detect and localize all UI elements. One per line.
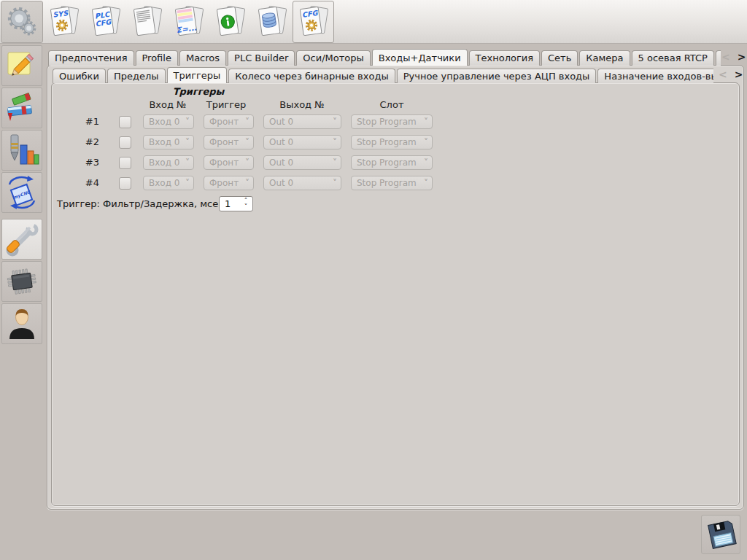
- tab-gamepad[interactable]: Геймпад: [716, 50, 721, 66]
- tab-triggers[interactable]: Триггеры: [167, 67, 228, 83]
- dropdown-value: Вход 0: [149, 137, 179, 147]
- scroll-prev-icon[interactable]: [721, 51, 730, 63]
- trigger-edge-dropdown[interactable]: Фронт: [204, 155, 254, 170]
- tab-profile[interactable]: Profile: [136, 50, 178, 66]
- chevron-down-icon: [185, 176, 190, 190]
- save-button[interactable]: [701, 515, 740, 554]
- tab-plc-builder[interactable]: PLC Builder: [228, 50, 295, 66]
- plc-cfg-document-icon: PLC CFG: [89, 5, 123, 39]
- trigger-enabled-checkbox[interactable]: [119, 177, 131, 190]
- sidebar-item-settings[interactable]: [1, 219, 42, 260]
- trigger-enabled-checkbox[interactable]: [119, 136, 131, 149]
- trigger-enabled-checkbox[interactable]: [119, 157, 131, 169]
- chevron-down-icon: [185, 136, 190, 149]
- tab-io-assignment[interactable]: Назначение входов-выходов плат расширени…: [597, 69, 713, 83]
- trigger-row: #4 Вход 0 Фронт Out 0 Stop Program: [0, 176, 525, 190]
- slot-dropdown[interactable]: Stop Program: [351, 135, 433, 149]
- chevron-down-icon: [245, 136, 249, 149]
- tab-errors[interactable]: Ошибки: [53, 69, 106, 83]
- slot-dropdown[interactable]: Stop Program: [351, 176, 433, 190]
- floppy-save-icon: [704, 518, 738, 551]
- chevron-down-icon: [185, 115, 190, 128]
- tab-network[interactable]: Сеть: [541, 50, 578, 66]
- doc-macros-button[interactable]: Σ=...: [168, 1, 209, 43]
- slot-dropdown[interactable]: Stop Program: [351, 155, 433, 170]
- cfg-document-icon: CFG: [297, 5, 330, 39]
- trigger-edge-dropdown[interactable]: Фронт: [204, 135, 254, 149]
- output-number-dropdown[interactable]: Out 0: [263, 155, 341, 170]
- output-number-dropdown[interactable]: Out 0: [263, 135, 341, 149]
- input-number-dropdown[interactable]: Вход 0: [143, 176, 194, 190]
- row-label: #3: [70, 155, 99, 170]
- column-header-output: Выход №: [279, 99, 324, 110]
- input-number-dropdown[interactable]: Вход 0: [143, 135, 194, 149]
- sidebar-item-notes[interactable]: [1, 45, 42, 86]
- page-title: Триггеры: [173, 86, 225, 97]
- input-number-dropdown[interactable]: Вход 0: [143, 155, 194, 170]
- input-number-dropdown[interactable]: Вход 0: [143, 114, 194, 129]
- text-document-icon: [131, 5, 164, 39]
- dropdown-value: Out 0: [269, 117, 293, 127]
- column-header-slot: Слот: [380, 99, 404, 110]
- filter-delay-label: Триггер: Фильтр/Задержка, мсек: [57, 198, 224, 209]
- slot-dropdown[interactable]: Stop Program: [351, 114, 433, 129]
- dropdown-value: Out 0: [269, 137, 293, 147]
- tab-5axis-rtcp[interactable]: 5 осевая RTCP: [632, 50, 714, 66]
- dropdown-value: Out 0: [269, 178, 293, 188]
- trigger-edge-dropdown[interactable]: Фронт: [204, 176, 254, 190]
- doc-database-button[interactable]: [251, 1, 293, 43]
- chevron-down-icon: [333, 115, 337, 128]
- output-number-dropdown[interactable]: Out 0: [263, 176, 341, 190]
- tab-wheel-binary-inputs[interactable]: Колесо через бинарные входы: [228, 69, 395, 83]
- inputs-sensors-tabbar: Ошибки Пределы Триггеры Колесо через бин…: [53, 67, 713, 83]
- chevron-down-icon: [185, 156, 190, 169]
- dropdown-value: Stop Program: [357, 178, 417, 188]
- doc-sys-button[interactable]: SYS: [43, 1, 85, 43]
- trigger-enabled-checkbox[interactable]: [119, 116, 131, 128]
- scroll-next-icon[interactable]: [735, 69, 743, 80]
- tab-preferences[interactable]: Предпочтения: [48, 50, 134, 66]
- dropdown-value: Фронт: [209, 178, 239, 188]
- filter-delay-spinner[interactable]: 1: [219, 196, 253, 211]
- tab-axes-motors[interactable]: Оси/Моторы: [296, 50, 370, 66]
- spinner-down-icon[interactable]: [242, 203, 249, 210]
- row-label: #2: [70, 135, 99, 149]
- tab-limits[interactable]: Пределы: [107, 69, 166, 83]
- trigger-row: #2 Вход 0 Фронт Out 0 Stop Program: [0, 135, 525, 149]
- sidebar-item-user[interactable]: [1, 303, 42, 344]
- config-tabbar: Предпочтения Profile Macros PLC Builder …: [48, 49, 721, 66]
- dropdown-value: Вход 0: [149, 178, 179, 188]
- user-icon: [4, 306, 39, 341]
- tabbar2-scroll: [719, 69, 743, 80]
- output-number-dropdown[interactable]: Out 0: [263, 114, 341, 129]
- dropdown-value: Фронт: [209, 137, 239, 147]
- doc-plc-cfg-button[interactable]: PLC CFG: [85, 1, 126, 43]
- column-header-trigger: Триггер: [206, 99, 247, 110]
- dropdown-value: Stop Program: [357, 117, 417, 127]
- doc-text-button[interactable]: [126, 1, 168, 43]
- chevron-down-icon: [424, 115, 428, 128]
- dropdown-value: Stop Program: [357, 137, 417, 147]
- scroll-prev-icon[interactable]: [719, 69, 727, 80]
- dropdown-value: Фронт: [209, 158, 239, 168]
- row-label: #1: [70, 114, 99, 129]
- tab-macros[interactable]: Macros: [179, 50, 226, 66]
- column-header-input: Вход №: [149, 99, 186, 110]
- tab-inputs-sensors[interactable]: Входы+Датчики: [372, 49, 468, 66]
- scroll-next-icon[interactable]: [738, 51, 746, 63]
- tab-manual-adc-inputs[interactable]: Ручное управление через АЦП входы: [397, 69, 597, 83]
- system-settings-button[interactable]: [1, 1, 43, 43]
- doc-cfg-button[interactable]: CFG: [293, 1, 334, 43]
- tab-camera[interactable]: Камера: [579, 50, 630, 66]
- gears-icon: [5, 5, 39, 39]
- chevron-down-icon: [424, 156, 428, 169]
- trigger-edge-dropdown[interactable]: Фронт: [204, 114, 254, 129]
- sidebar-item-hardware[interactable]: [1, 261, 42, 302]
- doc-info-button[interactable]: [209, 1, 251, 43]
- database-document-icon: [255, 5, 289, 39]
- chevron-down-icon: [245, 156, 249, 169]
- main-toolbar: SYS PLC CFG: [0, 0, 747, 44]
- tab-technology[interactable]: Технология: [469, 50, 540, 66]
- chevron-down-icon: [424, 136, 428, 149]
- dropdown-value: Вход 0: [149, 117, 179, 127]
